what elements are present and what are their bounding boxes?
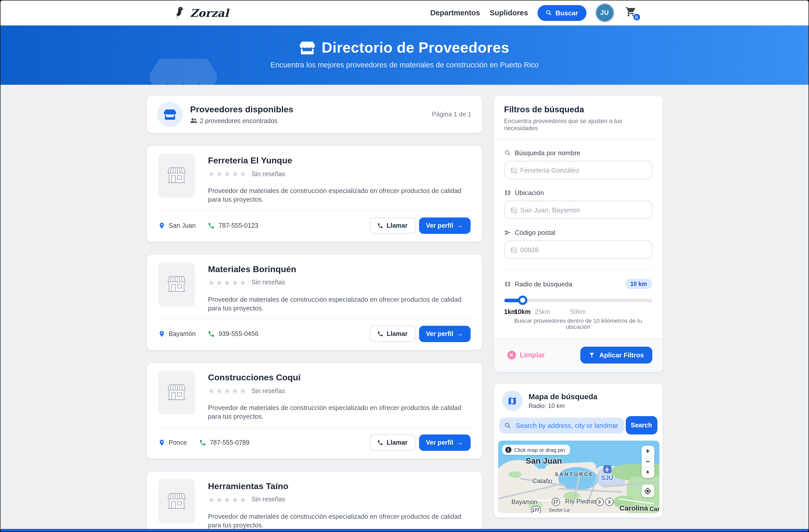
storefront-outline-icon <box>163 162 190 189</box>
rating-text: Sin reseñas <box>252 279 285 286</box>
slider-thumb[interactable] <box>518 296 527 305</box>
map-title: Mapa de búsqueda <box>529 392 598 401</box>
radius-help-text: Buscar proveedores dentro de 10 kilómetr… <box>504 318 652 330</box>
phone-icon <box>377 331 383 337</box>
supplier-card: Materiales Borinquén ★★★★★ Sin reseñas P… <box>146 254 482 350</box>
apply-filters-button[interactable]: Aplicar Filtros <box>580 347 652 363</box>
map-label-carolina: Carolina <box>619 504 648 512</box>
locate-me-button[interactable] <box>641 484 654 497</box>
clear-filters-button[interactable]: ✕ Limpiar <box>504 350 548 360</box>
supplier-name: Ferretería El Yunque <box>208 156 470 166</box>
call-button[interactable]: Llamar <box>369 326 415 342</box>
circle-x-icon: ✕ <box>507 351 516 359</box>
name-filter-input[interactable] <box>504 161 652 179</box>
map-search-box[interactable] <box>499 417 624 433</box>
storefront-icon <box>163 109 176 120</box>
phone-icon <box>377 222 383 228</box>
radius-label: Radio de búsqueda <box>515 280 572 288</box>
supplier-thumbnail <box>158 371 195 415</box>
brand-logo[interactable]: Zorzal <box>173 6 229 19</box>
search-button[interactable]: Buscar <box>538 5 586 21</box>
zoom-out-button[interactable]: − <box>641 457 654 467</box>
supplier-phone[interactable]: 939-555-0456 <box>208 330 259 338</box>
supplier-card: Construcciones Coquí ★★★★★ Sin reseñas P… <box>146 362 482 459</box>
map-icon <box>504 189 511 196</box>
arrow-right-icon: → <box>457 330 463 338</box>
supplier-description: Proveedor de materiales de construcción … <box>208 186 470 204</box>
search-icon <box>546 10 552 16</box>
map-label-santurce: SANTURCE <box>555 471 594 477</box>
storefront-outline-icon <box>163 379 190 406</box>
compass-button[interactable]: ▲▼ <box>641 467 654 478</box>
top-navbar: Zorzal Departmentos Suplidores Buscar JU… <box>1 1 808 25</box>
page-title: Directorio de Proveedores <box>322 39 509 56</box>
supplier-name: Materiales Borinquén <box>208 264 470 274</box>
zip-filter-input[interactable] <box>504 240 652 259</box>
map-icon <box>504 280 511 287</box>
phone-icon <box>199 439 206 446</box>
map-label-catano: Cataño <box>532 477 552 484</box>
supplier-phone[interactable]: 787-555-0123 <box>208 222 259 229</box>
call-button[interactable]: Llamar <box>369 434 415 450</box>
zorzal-bird-icon <box>173 6 186 19</box>
nav-link-departmentos[interactable]: Departmentos <box>430 9 480 17</box>
map-label-bayamon: Bayamón <box>512 498 537 505</box>
nav-link-suplidores[interactable]: Suplidores <box>490 9 528 17</box>
supplier-thumbnail <box>158 154 195 198</box>
zoom-in-button[interactable]: + <box>641 446 654 457</box>
location-filter-input[interactable] <box>504 201 652 219</box>
map-icon <box>507 396 517 406</box>
map-search-button[interactable]: Search <box>625 416 657 434</box>
supplier-description: Proveedor de materiales de construcción … <box>208 512 470 529</box>
route-badge-3b: 3 <box>605 498 613 506</box>
call-button[interactable]: Llamar <box>369 217 415 234</box>
map-label-rio-piedras: Río Piedras <box>565 498 597 505</box>
supplier-thumbnail <box>158 262 195 306</box>
results-title: Proveedores disponibles <box>190 104 293 115</box>
rating-stars: ★★★★★ <box>208 387 247 395</box>
storefront-outline-icon <box>163 488 190 514</box>
supplier-thumbnail <box>158 479 195 523</box>
cart-button[interactable]: 0 <box>625 6 636 19</box>
view-profile-button[interactable]: Ver perfil → <box>419 326 470 342</box>
filters-title: Filtros de búsqueda <box>504 105 652 114</box>
view-profile-button[interactable]: Ver perfil → <box>419 217 470 234</box>
filters-subtitle: Encuentra proveedores que se ajusten a t… <box>504 117 652 132</box>
results-store-icon-circle <box>157 102 183 127</box>
map-search-input[interactable] <box>515 421 619 430</box>
supplier-card: Ferretería El Yunque ★★★★★ Sin reseñas P… <box>146 145 482 242</box>
storefront-icon <box>299 41 315 54</box>
radius-value-badge: 10 km <box>625 279 652 289</box>
users-icon <box>190 117 197 124</box>
slider-tick-labels: 1km 10km 25km 50km <box>504 308 652 316</box>
supplier-description: Proveedor de materiales de construcción … <box>208 295 470 312</box>
map-radius-text: Radio: 10 km <box>529 402 598 410</box>
phone-icon <box>208 222 215 229</box>
results-header-card: Proveedores disponibles 2 proveedores en… <box>146 96 482 133</box>
pagination-label: Página 1 de 1 <box>432 111 471 118</box>
supplier-name: Construcciones Coquí <box>208 373 470 383</box>
search-icon <box>504 422 511 429</box>
storefront-watermark-icon <box>150 53 217 85</box>
map-label-san-juan: San Juan <box>526 457 562 466</box>
map-hint-pill: i Click map or drag pin <box>502 445 570 455</box>
rating-stars: ★★★★★ <box>208 278 247 286</box>
rating-text: Sin reseñas <box>252 387 285 394</box>
info-icon: i <box>505 447 511 453</box>
supplier-card: Herramientas Taíno ★★★★★ Sin reseñas Pro… <box>146 471 482 532</box>
user-avatar[interactable]: JU <box>596 4 613 21</box>
supplier-phone[interactable]: 787-555-0789 <box>199 439 249 446</box>
location-pin-icon <box>158 439 165 446</box>
map-canvas[interactable]: San Juan SANTURCE Cataño Bayamón Río Pie… <box>498 441 659 513</box>
phone-icon <box>208 330 215 338</box>
search-icon <box>504 150 511 156</box>
map-label-cano: Cano <box>650 505 659 513</box>
results-count: 2 proveedores encontrados <box>200 117 277 124</box>
phone-icon <box>377 439 383 445</box>
radius-slider[interactable] <box>504 296 652 305</box>
arrow-right-icon: → <box>457 222 463 229</box>
route-badge-17: 17 <box>551 498 560 506</box>
page-subtitle: Encuentra los mejores proveedores de mat… <box>1 61 808 69</box>
cart-count-badge: 0 <box>633 13 640 21</box>
view-profile-button[interactable]: Ver perfil → <box>419 434 470 450</box>
